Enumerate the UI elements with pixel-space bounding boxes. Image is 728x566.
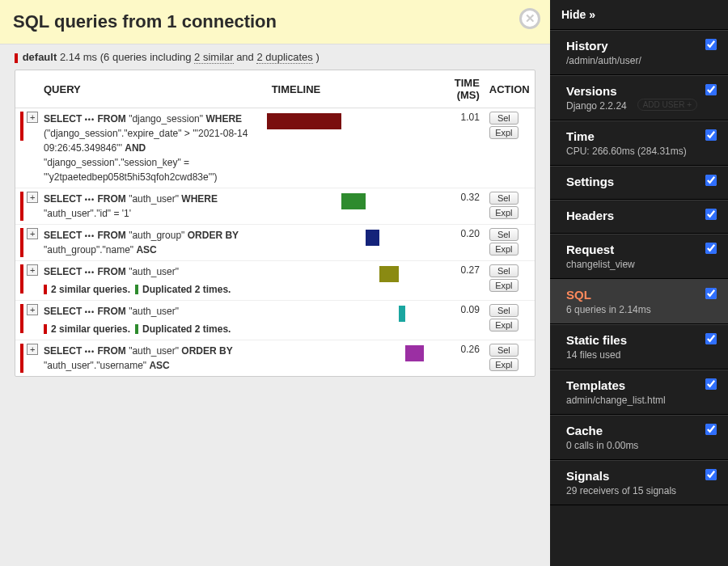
row-color-strip: [15, 225, 22, 261]
timeline-cell: [267, 225, 426, 261]
action-cell: SelExpl: [485, 301, 535, 340]
hide-button[interactable]: Hide »: [550, 0, 728, 30]
timeline-cell: [267, 301, 426, 340]
timeline-bar: [379, 266, 399, 282]
sidebar-item-static-files[interactable]: Static files14 files used: [550, 324, 728, 370]
sidebar-item-toggle[interactable]: [705, 243, 717, 254]
table-row: +SELECT FROM "auth_user"2 similar querie…: [15, 261, 535, 301]
sidebar-item-toggle[interactable]: [705, 175, 717, 186]
sql-table-container: QUERY TIMELINE TIME (MS) ACTION +SELECT …: [15, 70, 535, 377]
row-color-strip: [15, 261, 22, 301]
sel-button[interactable]: Sel: [489, 304, 518, 317]
sidebar-item-subtitle: /admin/auth/user/: [566, 55, 696, 66]
similar-link[interactable]: 2 similar: [194, 51, 233, 64]
sidebar-item-subtitle: Django 2.2.24: [566, 100, 696, 112]
expl-button[interactable]: Expl: [489, 206, 518, 219]
sidebar-item-title: Versions: [566, 84, 696, 98]
time-cell: 1.01: [425, 108, 484, 188]
timeline-bar: [366, 230, 380, 246]
sel-button[interactable]: Sel: [489, 192, 518, 205]
sidebar-item-toggle[interactable]: [705, 129, 717, 141]
expand-button[interactable]: +: [27, 228, 38, 239]
query-cell: SELECT FROM "auth_user"2 similar queries…: [39, 301, 267, 340]
row-color-strip: [15, 340, 22, 377]
action-cell: SelExpl: [485, 261, 535, 301]
expl-button[interactable]: Expl: [489, 319, 518, 332]
sidebar-item-headers[interactable]: Headers: [550, 200, 728, 234]
sidebar-item-title: Signals: [566, 469, 696, 483]
expl-button[interactable]: Expl: [489, 126, 518, 139]
debug-toolbar-sidebar[interactable]: Hide » History/admin/auth/user/VersionsD…: [550, 0, 728, 566]
row-color-strip: [15, 108, 22, 188]
table-row: +SELECT FROM "auth_user" WHERE "auth_use…: [15, 188, 535, 225]
panel-banner: SQL queries from 1 connection ✕: [0, 0, 550, 44]
action-cell: SelExpl: [485, 225, 535, 261]
expand-button[interactable]: +: [27, 192, 38, 203]
duplicates-link[interactable]: 2 duplicates: [256, 51, 312, 64]
expl-button[interactable]: Expl: [489, 243, 518, 256]
timeline-cell: [267, 261, 426, 301]
sidebar-item-time[interactable]: TimeCPU: 266.60ms (284.31ms): [550, 120, 728, 166]
sel-button[interactable]: Sel: [489, 228, 518, 241]
sidebar-item-sql[interactable]: SQL6 queries in 2.14ms: [550, 279, 728, 324]
sidebar-item-toggle[interactable]: [705, 288, 717, 299]
sidebar-item-settings[interactable]: Settings: [550, 166, 728, 200]
sidebar-item-toggle[interactable]: [705, 378, 717, 390]
sel-button[interactable]: Sel: [489, 344, 518, 357]
sidebar-item-toggle[interactable]: [705, 39, 717, 50]
similar-note: 2 similar queries.: [44, 284, 130, 295]
sidebar-item-toggle[interactable]: [705, 469, 717, 480]
sel-button[interactable]: Sel: [489, 112, 518, 125]
expand-cell: +: [22, 188, 39, 225]
sidebar-item-title: Static files: [566, 333, 696, 347]
sidebar-item-toggle[interactable]: [705, 209, 717, 220]
sidebar-item-templates[interactable]: Templatesadmin/change_list.html: [550, 370, 728, 415]
sidebar-item-versions[interactable]: VersionsDjango 2.2.24ADD USER +: [550, 75, 728, 120]
sidebar-item-signals[interactable]: Signals29 receivers of 15 signals: [550, 460, 728, 505]
expand-cell: +: [22, 225, 39, 261]
sidebar-item-cache[interactable]: Cache0 calls in 0.00ms: [550, 415, 728, 460]
sel-button[interactable]: Sel: [489, 264, 518, 277]
similar-note: 2 similar queries.: [44, 323, 130, 335]
expand-button[interactable]: +: [27, 112, 38, 123]
sql-table: QUERY TIMELINE TIME (MS) ACTION +SELECT …: [15, 70, 535, 376]
sidebar-item-history[interactable]: History/admin/auth/user/: [550, 30, 728, 75]
expand-cell: +: [22, 261, 39, 301]
query-cell: SELECT FROM "django_session" WHERE ("dja…: [39, 108, 267, 188]
table-row: +SELECT FROM "auth_user" ORDER BY "auth_…: [15, 340, 535, 377]
panel-title: SQL queries from 1 connection: [13, 11, 537, 32]
timeline-cell: [267, 340, 426, 377]
sidebar-item-title: Headers: [566, 209, 696, 222]
sidebar-item-toggle[interactable]: [705, 424, 717, 435]
col-timeline: TIMELINE: [267, 70, 426, 108]
sidebar-item-request[interactable]: Requestchangelist_view: [550, 234, 728, 279]
sidebar-item-toggle[interactable]: [705, 84, 717, 95]
expand-button[interactable]: +: [27, 344, 38, 355]
row-color-strip: [15, 301, 22, 340]
query-cell: SELECT FROM "auth_group" ORDER BY "auth_…: [39, 225, 267, 261]
connection-summary: default 2.14 ms (6 queries including 2 s…: [0, 44, 550, 70]
expand-button[interactable]: +: [27, 264, 38, 276]
sidebar-item-subtitle: CPU: 266.60ms (284.31ms): [566, 146, 696, 157]
close-icon[interactable]: ✕: [519, 8, 540, 29]
connection-total-time: 2.14 ms: [60, 51, 97, 63]
time-cell: 0.09: [425, 301, 484, 340]
sidebar-item-title: Request: [566, 243, 696, 256]
sidebar-item-toggle[interactable]: [705, 333, 717, 344]
sidebar-item-title: Cache: [566, 424, 696, 437]
and-word: and: [236, 51, 256, 63]
expand-button[interactable]: +: [27, 304, 38, 315]
connection-marker-icon: [15, 53, 18, 63]
expl-button[interactable]: Expl: [489, 279, 518, 292]
sidebar-item-subtitle: admin/change_list.html: [566, 395, 696, 406]
timeline-bar: [405, 345, 425, 361]
query-count-prefix: (6 queries including: [100, 51, 194, 63]
timeline-bar: [267, 113, 341, 129]
query-cell: SELECT FROM "auth_user"2 similar queries…: [39, 261, 267, 301]
time-cell: 0.32: [425, 188, 484, 225]
row-color-strip: [15, 188, 22, 225]
duplicate-note: Duplicated 2 times.: [135, 284, 231, 295]
sidebar-item-title: Settings: [566, 175, 696, 188]
expl-button[interactable]: Expl: [489, 358, 518, 371]
col-action: ACTION: [485, 70, 535, 108]
